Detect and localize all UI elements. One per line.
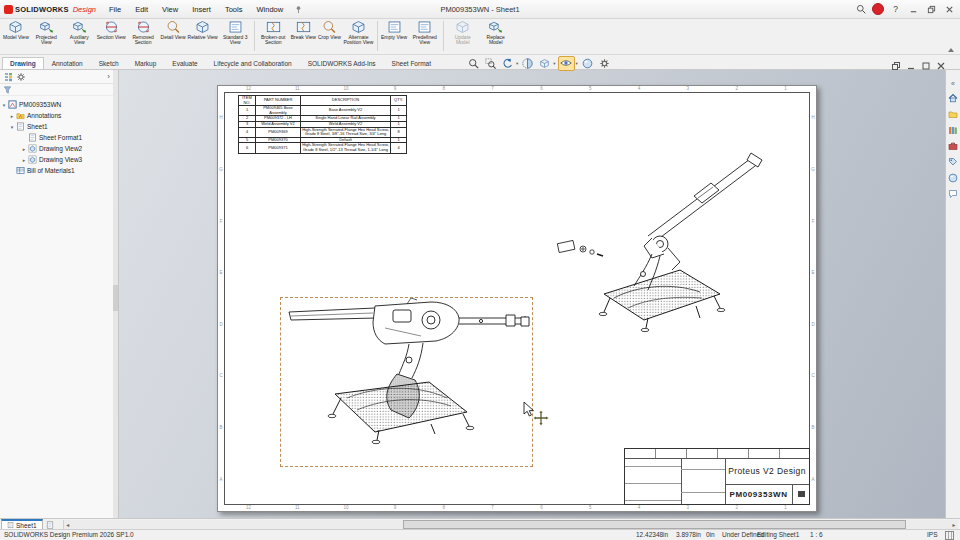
drawing-view-2-selected[interactable] <box>280 297 533 467</box>
standard-3-view-button[interactable]: Standard 3 View <box>219 18 252 54</box>
tab-lifecycle-and-collaboration[interactable]: Lifecycle and Collaboration <box>206 57 300 69</box>
tree-item-sheet-format1[interactable]: Sheet Format1 <box>0 132 113 143</box>
appearances-icon[interactable] <box>948 173 958 183</box>
tab-drawing[interactable]: Drawing <box>2 57 44 69</box>
bom-cell: 1 <box>239 106 256 116</box>
menu-file[interactable]: File <box>102 0 128 18</box>
tree-item-drawing-view3[interactable]: ▸ Drawing View3 <box>0 154 113 165</box>
tab-sketch[interactable]: Sketch <box>91 57 127 69</box>
projected-view-button[interactable]: Projected View <box>30 18 63 54</box>
design-library-icon[interactable] <box>948 125 958 135</box>
tree-item-sheet1[interactable]: ▾ Sheet1 <box>0 121 113 132</box>
panel-splitter[interactable] <box>113 70 119 518</box>
forum-icon[interactable] <box>948 189 958 199</box>
tab-solidworks-add-ins[interactable]: SOLIDWORKS Add-Ins <box>300 57 384 69</box>
doc-minimize-icon[interactable] <box>906 57 916 75</box>
tree-item-bill-of-materials[interactable]: Bill of Materials1 <box>0 165 113 176</box>
tab-markup[interactable]: Markup <box>127 57 165 69</box>
menu-window[interactable]: Window <box>249 0 290 18</box>
doc-restore-icon[interactable] <box>891 57 901 75</box>
scroll-left-arrow-icon[interactable]: ◄ <box>64 520 72 529</box>
doc-maximize-icon[interactable] <box>921 57 931 75</box>
menu-view[interactable]: View <box>155 0 185 18</box>
tree-item-root[interactable]: ▾ PM009353WN <box>0 99 113 110</box>
zone-label: 8 <box>419 86 468 92</box>
replace-model-button[interactable]: Replace Model <box>479 18 512 54</box>
units-selector[interactable]: IPS <box>927 531 937 538</box>
crop-view-button[interactable]: Crop View <box>317 18 342 54</box>
units-grid-icon[interactable] <box>945 531 954 540</box>
horizontal-scrollbar[interactable]: ◄ ► <box>63 520 958 529</box>
graphics-area[interactable]: 12 11 10 9 8 7 6 5 4 3 2 1 12 11 10 9 8 … <box>118 70 946 518</box>
tab-annotation[interactable]: Annotation <box>44 57 91 69</box>
zoom-to-area-button[interactable] <box>483 57 498 70</box>
file-explorer-icon[interactable] <box>948 109 958 119</box>
collapse-taskpane-chevron-icon[interactable]: « <box>951 80 955 87</box>
title-block[interactable]: Proteus V2 Design PM009353WN <box>624 448 810 505</box>
tree-filter-row[interactable] <box>0 84 113 96</box>
section-view-hud-button[interactable] <box>520 57 535 70</box>
menu-edit[interactable]: Edit <box>128 0 155 18</box>
bom-row[interactable]: 6 PM009371 High-Strength Serrated-Flange… <box>239 143 407 153</box>
tab-evaluate[interactable]: Evaluate <box>164 57 205 69</box>
zoom-to-fit-button[interactable] <box>466 57 481 70</box>
toolbox-icon[interactable] <box>948 141 958 151</box>
tree-item-annotations[interactable]: ▸ Annotations <box>0 110 113 121</box>
tab-sheet-format[interactable]: Sheet Format <box>384 57 439 69</box>
collapse-toolbar-chevron-icon[interactable] <box>948 48 954 52</box>
bom-row[interactable]: 1 PM009465 Base Assembly Base Assembly V… <box>239 106 407 116</box>
propertymanager-tab-icon[interactable] <box>16 72 26 82</box>
custom-properties-icon[interactable] <box>948 157 958 167</box>
panel-expand-chevron-icon[interactable]: › <box>107 72 110 82</box>
twisty-icon[interactable]: ▸ <box>20 157 28 163</box>
edit-appearance-button[interactable] <box>580 57 595 70</box>
predefined-view-button[interactable]: Predefined View <box>408 18 441 54</box>
dropdown-caret-icon[interactable]: ▾ <box>576 61 578 66</box>
doc-close-icon[interactable] <box>936 57 946 75</box>
twisty-icon[interactable]: ▾ <box>8 124 16 130</box>
alternate-position-view-button[interactable]: Alternate Position View <box>342 18 375 54</box>
help-button[interactable]: ? <box>887 1 904 17</box>
removed-section-button[interactable]: Removed Section <box>127 18 160 54</box>
dropdown-caret-icon[interactable]: ▾ <box>553 61 555 66</box>
zone-label: 10 <box>322 86 371 92</box>
update-model-icon <box>454 20 471 34</box>
zone-label: 3 <box>663 505 712 511</box>
relative-view-button[interactable]: Relative View <box>187 18 219 54</box>
auxiliary-view-button[interactable]: Auxiliary View <box>63 18 96 54</box>
drawing-view-3[interactable] <box>548 146 766 341</box>
home-icon[interactable] <box>948 93 958 103</box>
view-orientation-button[interactable] <box>537 57 552 70</box>
search-icon[interactable] <box>853 1 869 17</box>
tree-item-drawing-view2[interactable]: ▸ Drawing View2 <box>0 143 113 154</box>
scrollbar-thumb[interactable] <box>403 520 906 529</box>
bill-of-materials-table[interactable]: ITEM NO. PART NUMBER DESCRIPTION QTY. 1 … <box>238 95 406 154</box>
drawing-sheet[interactable]: 12 11 10 9 8 7 6 5 4 3 2 1 12 11 10 9 8 … <box>217 85 817 512</box>
splitter-grip[interactable] <box>113 285 118 311</box>
previous-view-button[interactable] <box>500 57 515 70</box>
tree-item-label: Sheet1 <box>27 123 48 130</box>
menu-insert[interactable]: Insert <box>185 0 218 18</box>
section-view-button[interactable]: Section View <box>96 18 127 54</box>
featuremanager-tab-icon[interactable] <box>3 72 13 82</box>
twisty-icon[interactable]: ▸ <box>8 113 16 119</box>
dropdown-caret-icon[interactable]: ▾ <box>516 61 518 66</box>
zone-label: D <box>218 299 224 351</box>
window-minimize-button[interactable] <box>905 1 922 17</box>
broken-out-section-button[interactable]: Broken-out Section <box>257 18 290 54</box>
model-view-button[interactable]: Model View <box>2 18 30 54</box>
window-restore-button[interactable] <box>923 1 940 17</box>
twisty-icon[interactable]: ▸ <box>20 146 28 152</box>
user-avatar[interactable] <box>870 1 886 17</box>
zone-label: 2 <box>712 86 761 92</box>
menu-tools[interactable]: Tools <box>218 0 250 18</box>
window-close-button[interactable] <box>941 1 958 17</box>
hide-show-items-button[interactable] <box>558 56 575 71</box>
break-view-button[interactable]: Break View <box>290 18 317 54</box>
scroll-right-arrow-icon[interactable]: ► <box>950 520 958 529</box>
empty-view-button[interactable]: Empty View <box>380 18 408 54</box>
twisty-icon[interactable]: ▾ <box>0 102 8 108</box>
view-settings-button[interactable] <box>597 57 612 70</box>
detail-view-button[interactable]: Detail View <box>160 18 187 54</box>
bom-row[interactable]: 4 PM009369 High-Strength Serrated-Flange… <box>239 127 407 137</box>
